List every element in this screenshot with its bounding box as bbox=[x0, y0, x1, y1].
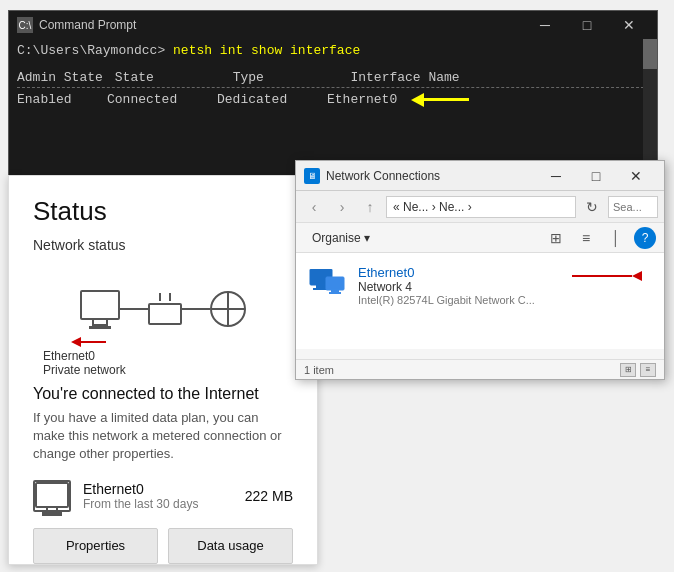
nav-forward-button[interactable]: › bbox=[330, 195, 354, 219]
organise-chevron: ▾ bbox=[364, 231, 370, 245]
diagram-router bbox=[148, 293, 182, 325]
view-btn3[interactable]: │ bbox=[604, 227, 628, 249]
monitor-icon bbox=[80, 290, 120, 320]
diag-arrow-head bbox=[71, 337, 81, 347]
network-diagram bbox=[33, 269, 293, 349]
eth-mb: 222 MB bbox=[245, 488, 293, 504]
statusbar-view-icon2[interactable]: ≡ bbox=[640, 363, 656, 377]
antenna2 bbox=[169, 293, 171, 301]
cmd-title: Command Prompt bbox=[39, 18, 525, 32]
eth-info: Ethernet0 From the last 30 days bbox=[83, 481, 233, 511]
svg-rect-4 bbox=[331, 290, 339, 292]
net-window-title: Network Connections bbox=[326, 169, 536, 183]
organise-button[interactable]: Organise ▾ bbox=[304, 227, 378, 249]
cmd-prompt-line: C:\Users\Raymondcc> netsh int show inter… bbox=[17, 43, 649, 58]
cmd-command-text: netsh int show interface bbox=[173, 43, 360, 58]
net-arrow-line bbox=[572, 275, 632, 277]
eth-name: Ethernet0 bbox=[83, 481, 233, 497]
eth-label-text: Ethernet0 bbox=[43, 349, 95, 363]
statusbar-right: ⊞ ≡ bbox=[620, 363, 656, 377]
diagram-computer bbox=[80, 290, 120, 329]
view-btn2[interactable]: ≡ bbox=[574, 227, 598, 249]
svg-rect-1 bbox=[316, 285, 326, 288]
net-toolbar: Organise ▾ ⊞ ≡ │ ? bbox=[296, 223, 664, 253]
net-addressbar: ‹ › ↑ « Ne... › Ne... › ↻ bbox=[296, 191, 664, 223]
internet-connected-msg: You're connected to the Internet bbox=[33, 385, 293, 403]
router-body bbox=[148, 303, 182, 325]
net-close-button[interactable]: ✕ bbox=[616, 164, 656, 188]
private-label-text: Private network bbox=[43, 363, 126, 377]
cmd-headers: Admin State State Type Interface Name bbox=[17, 70, 649, 85]
address-text: « Ne... › Ne... › bbox=[393, 200, 472, 214]
status-panel: Status Network status bbox=[8, 175, 318, 565]
net-window-icon: 🖥 bbox=[304, 168, 320, 184]
cmd-arrow bbox=[411, 92, 469, 107]
cmd-restore-button[interactable]: □ bbox=[567, 15, 607, 35]
cmd-titlebar: C:\ Command Prompt ─ □ ✕ bbox=[9, 11, 657, 39]
nav-up-button[interactable]: ↑ bbox=[358, 195, 382, 219]
net-content: Ethernet0 Network 4 Intel(R) 82574L Giga… bbox=[296, 253, 664, 349]
properties-button[interactable]: Properties bbox=[33, 528, 158, 564]
cmd-admin-state: Enabled bbox=[17, 92, 107, 107]
statusbar-item-count: 1 item bbox=[304, 364, 334, 376]
network-status-label: Network status bbox=[33, 237, 293, 253]
router-antennas bbox=[159, 293, 171, 301]
internet-desc: If you have a limited data plan, you can… bbox=[33, 409, 293, 464]
net-item-adapter: Intel(R) 82574L Gigabit Network C... bbox=[358, 294, 652, 306]
cmd-header-admin: Admin State bbox=[17, 70, 107, 85]
cmd-type: Dedicated bbox=[217, 92, 327, 107]
search-input[interactable] bbox=[608, 196, 658, 218]
eth-usage-row: Ethernet0 From the last 30 days 222 MB bbox=[33, 480, 293, 512]
svg-rect-3 bbox=[326, 277, 344, 290]
cmd-header-type: Type bbox=[233, 70, 343, 85]
cmd-icon: C:\ bbox=[17, 17, 33, 33]
cmd-controls: ─ □ ✕ bbox=[525, 15, 649, 35]
diagram-line2 bbox=[182, 308, 210, 310]
refresh-button[interactable]: ↻ bbox=[580, 195, 604, 219]
antenna1 bbox=[159, 293, 161, 301]
cmd-data-row: Enabled Connected Dedicated Ethernet0 bbox=[17, 92, 649, 107]
cmd-prompt: C:\Users\Raymondcc> bbox=[17, 43, 165, 58]
internet-icon bbox=[210, 291, 246, 327]
svg-rect-5 bbox=[329, 292, 341, 294]
globe-horiz bbox=[212, 308, 244, 310]
net-arrow-head bbox=[632, 271, 642, 281]
data-usage-button[interactable]: Data usage bbox=[168, 528, 293, 564]
cmd-header-iface: Interface Name bbox=[350, 70, 459, 85]
diag-arrow-line bbox=[81, 341, 106, 343]
address-box[interactable]: « Ne... › Ne... › bbox=[386, 196, 576, 218]
eth-monitor-base bbox=[43, 512, 61, 514]
cmd-interface-name: Ethernet0 bbox=[327, 92, 397, 107]
net-statusbar: 1 item ⊞ ≡ bbox=[296, 359, 664, 379]
monitor-base bbox=[89, 326, 111, 329]
net-item-icon bbox=[308, 268, 348, 304]
network-icon-svg bbox=[308, 269, 348, 303]
net-minimize-button[interactable]: ─ bbox=[536, 164, 576, 188]
nav-back-button[interactable]: ‹ bbox=[302, 195, 326, 219]
eth-monitor bbox=[35, 482, 69, 508]
cmd-state: Connected bbox=[107, 92, 217, 107]
statusbar-view-icon1[interactable]: ⊞ bbox=[620, 363, 636, 377]
status-title: Status bbox=[33, 196, 293, 227]
help-button[interactable]: ? bbox=[634, 227, 656, 249]
diagram-red-arrow bbox=[71, 337, 106, 347]
cmd-arrow-line bbox=[424, 98, 469, 101]
net-titlebar: 🖥 Network Connections ─ □ ✕ bbox=[296, 161, 664, 191]
net-restore-button[interactable]: □ bbox=[576, 164, 616, 188]
net-item-network: Network 4 bbox=[358, 280, 652, 294]
eth-days: From the last 30 days bbox=[83, 497, 233, 511]
diagram-eth-label: Ethernet0 Private network bbox=[43, 349, 293, 377]
cmd-minimize-button[interactable]: ─ bbox=[525, 15, 565, 35]
diagram-line1 bbox=[120, 308, 148, 310]
eth-monitor-stand bbox=[46, 508, 58, 512]
cmd-scrollbar-thumb[interactable] bbox=[643, 39, 657, 69]
eth-icon bbox=[33, 480, 71, 512]
cmd-close-button[interactable]: ✕ bbox=[609, 15, 649, 35]
view-btn1[interactable]: ⊞ bbox=[544, 227, 568, 249]
net-connections-window: 🖥 Network Connections ─ □ ✕ ‹ › ↑ « Ne..… bbox=[295, 160, 665, 380]
net-item-arrow bbox=[572, 271, 642, 281]
network-item[interactable]: Ethernet0 Network 4 Intel(R) 82574L Giga… bbox=[308, 261, 652, 310]
btn-row: Properties Data usage bbox=[33, 528, 293, 564]
cmd-arrow-head bbox=[411, 93, 424, 107]
organise-label: Organise bbox=[312, 231, 361, 245]
